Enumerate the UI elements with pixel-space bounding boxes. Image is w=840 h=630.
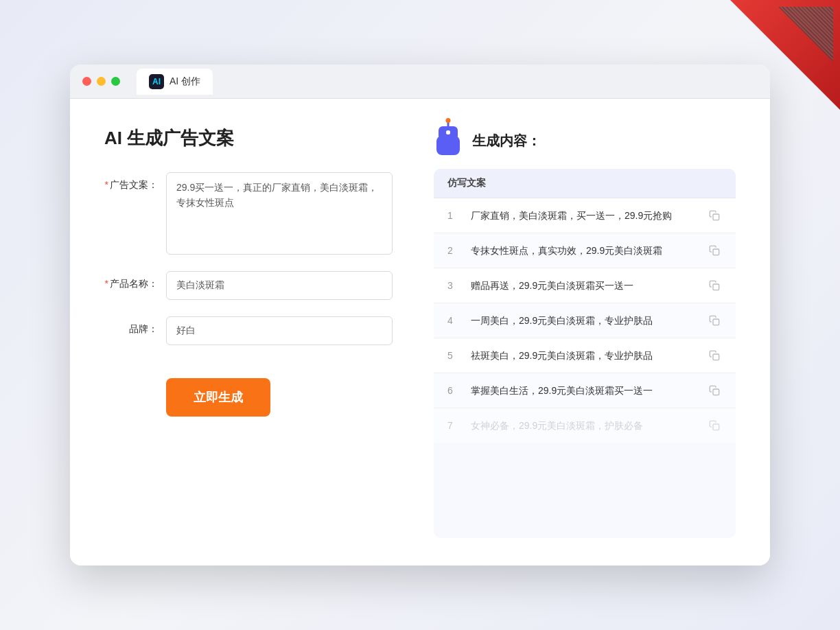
form-group-product-name: *产品名称： <box>104 271 393 300</box>
maximize-button[interactable] <box>111 77 120 86</box>
input-brand[interactable] <box>166 316 393 345</box>
table-row: 2 专抹女性斑点，真实功效，29.9元美白淡斑霜 <box>434 233 736 268</box>
tab-icon: AI <box>149 74 164 89</box>
close-button[interactable] <box>82 77 91 86</box>
copy-icon[interactable] <box>707 313 722 328</box>
copy-icon[interactable] <box>707 278 722 293</box>
row-number: 7 <box>447 420 461 431</box>
robot-icon <box>434 126 463 155</box>
form-group-brand: 品牌： <box>104 316 393 345</box>
input-product-name[interactable] <box>166 271 393 300</box>
result-title: 生成内容： <box>472 132 541 150</box>
page-title: AI 生成广告文案 <box>104 126 393 150</box>
svg-rect-6 <box>713 424 719 430</box>
input-ad-copy[interactable]: 29.9买一送一，真正的厂家直销，美白淡斑霜，专抹女性斑点 <box>166 172 393 255</box>
browser-window: AI AI 创作 AI 生成广告文案 *广告文案： 29.9买一送一，真正的厂家… <box>70 65 770 565</box>
robot-body <box>436 136 460 155</box>
row-number: 6 <box>447 385 461 396</box>
label-brand: 品牌： <box>104 316 166 336</box>
svg-rect-5 <box>713 389 719 395</box>
svg-rect-3 <box>713 319 719 325</box>
table-header: 仿写文案 <box>434 169 736 198</box>
table-row: 7 女神必备，29.9元美白淡斑霜，护肤必备 <box>434 408 736 443</box>
copy-icon[interactable] <box>707 348 722 363</box>
row-number: 5 <box>447 350 461 361</box>
right-panel: 生成内容： 仿写文案 1 厂家直销，美白淡斑霜，买一送一，29.9元抢购 2 专… <box>434 126 736 538</box>
tab-ai-creation[interactable]: AI AI 创作 <box>137 69 213 95</box>
required-star: * <box>105 179 108 190</box>
minimize-button[interactable] <box>97 77 106 86</box>
form-group-ad-copy: *广告文案： 29.9买一送一，真正的厂家直销，美白淡斑霜，专抹女性斑点 <box>104 172 393 255</box>
svg-rect-0 <box>713 214 719 220</box>
copy-icon[interactable] <box>707 383 722 398</box>
row-text: 专抹女性斑点，真实功效，29.9元美白淡斑霜 <box>471 244 697 258</box>
svg-rect-1 <box>713 249 719 255</box>
table-row: 5 祛斑美白，29.9元美白淡斑霜，专业护肤品 <box>434 338 736 373</box>
row-number: 4 <box>447 315 461 326</box>
row-number: 2 <box>447 245 461 256</box>
svg-rect-2 <box>713 284 719 290</box>
table-row: 6 掌握美白生活，29.9元美白淡斑霜买一送一 <box>434 373 736 408</box>
title-bar: AI AI 创作 <box>70 65 770 99</box>
result-table: 仿写文案 1 厂家直销，美白淡斑霜，买一送一，29.9元抢购 2 专抹女性斑点，… <box>434 169 736 538</box>
row-number: 3 <box>447 280 461 291</box>
result-header: 生成内容： <box>434 126 736 155</box>
table-row: 1 厂家直销，美白淡斑霜，买一送一，29.9元抢购 <box>434 198 736 233</box>
row-text: 女神必备，29.9元美白淡斑霜，护肤必备 <box>471 419 697 433</box>
svg-rect-4 <box>713 354 719 360</box>
traffic-lights <box>82 77 120 86</box>
robot-antenna <box>447 121 450 126</box>
required-star-2: * <box>105 278 108 289</box>
table-row: 3 赠品再送，29.9元美白淡斑霜买一送一 <box>434 268 736 303</box>
label-product-name: *产品名称： <box>104 271 166 290</box>
row-number: 1 <box>447 210 461 221</box>
row-text: 掌握美白生活，29.9元美白淡斑霜买一送一 <box>471 384 697 398</box>
generate-button[interactable]: 立即生成 <box>166 378 270 417</box>
copy-icon[interactable] <box>707 243 722 258</box>
row-text: 厂家直销，美白淡斑霜，买一送一，29.9元抢购 <box>471 209 697 223</box>
row-text: 赠品再送，29.9元美白淡斑霜买一送一 <box>471 279 697 293</box>
label-ad-copy: *广告文案： <box>104 172 166 191</box>
left-panel: AI 生成广告文案 *广告文案： 29.9买一送一，真正的厂家直销，美白淡斑霜，… <box>104 126 393 538</box>
copy-icon[interactable] <box>707 208 722 223</box>
copy-icon[interactable] <box>707 418 722 433</box>
row-text: 一周美白，29.9元美白淡斑霜，专业护肤品 <box>471 314 697 328</box>
row-text: 祛斑美白，29.9元美白淡斑霜，专业护肤品 <box>471 349 697 363</box>
robot-eye-right <box>446 130 450 135</box>
main-content: AI 生成广告文案 *广告文案： 29.9买一送一，真正的厂家直销，美白淡斑霜，… <box>70 99 770 565</box>
table-row: 4 一周美白，29.9元美白淡斑霜，专业护肤品 <box>434 303 736 338</box>
tab-label: AI 创作 <box>170 75 200 88</box>
